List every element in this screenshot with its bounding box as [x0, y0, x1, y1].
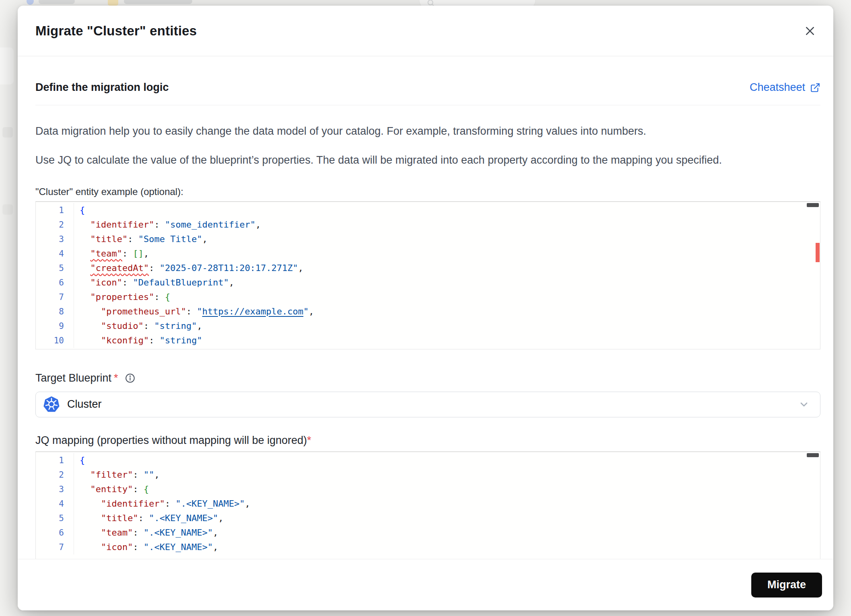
code-line: 4 "identifier": ".<KEY_NAME>",	[36, 497, 820, 511]
entity-example-label: "Cluster" entity example (optional):	[35, 186, 820, 197]
migrate-entities-modal: Migrate "Cluster" entities Define the mi…	[18, 6, 833, 610]
code-line: 4 "team": [],	[36, 246, 820, 261]
code-line: 3 "title": "Some Title",	[36, 232, 820, 246]
line-number: 3	[36, 234, 74, 244]
line-number: 3	[36, 485, 74, 494]
editor-scrollbar-thumb[interactable]	[807, 453, 819, 457]
external-link-icon	[810, 82, 820, 93]
code-line: 6 "team": ".<KEY_NAME>",	[36, 526, 820, 540]
code-line: 9 "studio": "string",	[36, 319, 820, 333]
modal-header: Migrate "Cluster" entities	[18, 6, 833, 56]
code-line: 8 "prometheus_url": "https://example.com…	[36, 304, 820, 319]
entity-example-editor[interactable]: 1{2 "identifier": "some_identifier",3 "t…	[35, 201, 820, 349]
code-line: 3 "entity": {	[36, 482, 820, 497]
modal-title: Migrate "Cluster" entities	[35, 23, 197, 39]
line-number: 7	[36, 292, 74, 302]
code-line: 5 "title": ".<KEY_NAME>",	[36, 511, 820, 526]
kubernetes-icon	[43, 396, 60, 413]
code-lines: 1{2 "identifier": "some_identifier",3 "t…	[36, 203, 820, 348]
code-line: 10 "kconfig": "string"	[36, 333, 820, 348]
code-line: 2 "filter": "",	[36, 468, 820, 482]
cheatsheet-link-label: Cheatsheet	[750, 81, 805, 94]
editor-scrollbar-thumb[interactable]	[807, 203, 819, 207]
line-number: 4	[36, 249, 74, 259]
target-blueprint-value: Cluster	[67, 398, 102, 411]
line-number: 2	[36, 470, 74, 480]
required-asterisk: *	[307, 434, 311, 446]
line-number: 8	[36, 307, 74, 316]
close-icon	[804, 25, 816, 37]
line-number: 5	[36, 263, 74, 273]
code-line: 6 "icon": "DefaultBlueprint",	[36, 275, 820, 290]
close-button[interactable]	[801, 22, 819, 40]
code-line: 1{	[36, 203, 820, 218]
target-blueprint-label: Target Blueprint	[35, 372, 111, 384]
line-number: 2	[36, 220, 74, 230]
error-overview-marker	[816, 243, 820, 262]
description-paragraph: Use JQ to calculate the value of the blu…	[35, 153, 820, 167]
section-header-row: Define the migration logic Cheatsheet	[35, 56, 820, 105]
info-icon[interactable]	[125, 373, 136, 384]
code-line: 1{	[36, 453, 820, 468]
code-lines: 1{2 "filter": "",3 "entity": {4 "identif…	[36, 453, 820, 554]
modal-footer: Migrate	[18, 559, 833, 610]
modal-body: Define the migration logic Cheatsheet Da…	[18, 56, 833, 559]
target-blueprint-select[interactable]: Cluster	[35, 392, 820, 417]
code-line: 7 "icon": ".<KEY_NAME>",	[36, 540, 820, 554]
line-number: 1	[36, 205, 74, 215]
code-line: 7 "properties": {	[36, 290, 820, 304]
line-number: 10	[36, 336, 74, 345]
line-number: 7	[36, 542, 74, 552]
line-number: 6	[36, 278, 74, 287]
line-number: 1	[36, 456, 74, 465]
cheatsheet-link[interactable]: Cheatsheet	[750, 81, 820, 94]
jq-mapping-label-row: JQ mapping (properties without mapping w…	[35, 434, 820, 447]
code-line: 5 "createdAt": "2025-07-28T11:20:17.271Z…	[36, 261, 820, 275]
chevron-down-icon	[798, 399, 810, 410]
migrate-button[interactable]: Migrate	[751, 573, 822, 598]
jq-mapping-editor[interactable]: 1{2 "filter": "",3 "entity": {4 "identif…	[35, 452, 820, 559]
description-paragraph: Data migration help you to easily change…	[35, 124, 820, 138]
required-asterisk: *	[114, 372, 118, 384]
target-blueprint-label-row: Target Blueprint*	[35, 372, 820, 384]
jq-mapping-label: JQ mapping (properties without mapping w…	[35, 434, 307, 446]
section-heading: Define the migration logic	[35, 81, 169, 94]
line-number: 9	[36, 321, 74, 331]
line-number: 5	[36, 513, 74, 523]
line-number: 6	[36, 528, 74, 538]
code-line: 2 "identifier": "some_identifier",	[36, 218, 820, 232]
line-number: 4	[36, 499, 74, 509]
